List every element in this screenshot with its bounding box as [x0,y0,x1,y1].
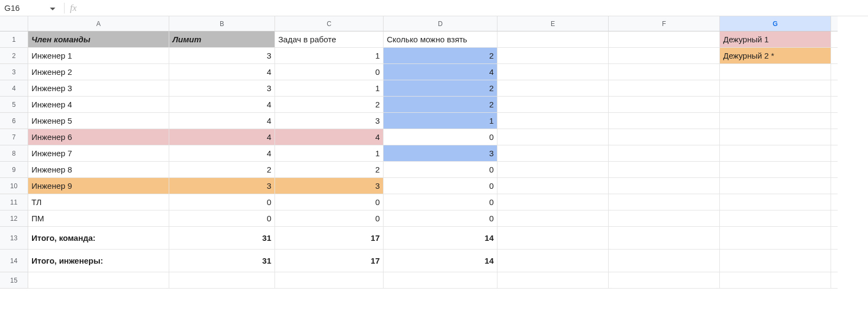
cell[interactable]: 14 [384,227,497,250]
row-header[interactable]: 13 [0,227,28,250]
cell[interactable]: Инженер 2 [28,64,169,80]
cell[interactable] [720,129,831,145]
cell[interactable] [497,97,609,113]
cell[interactable] [831,113,838,129]
cell[interactable] [609,80,720,97]
cell[interactable] [497,129,609,145]
cell[interactable] [609,210,720,227]
cell[interactable] [609,64,720,80]
cell[interactable] [609,272,720,289]
col-header[interactable]: B [169,16,275,31]
cell[interactable] [609,97,720,113]
cell[interactable]: Инженер 9 [28,178,169,194]
cell[interactable] [720,194,831,210]
cell[interactable] [720,162,831,178]
cell[interactable]: 0 [275,64,384,80]
col-header[interactable]: A [28,16,169,31]
cell[interactable] [497,210,609,227]
cell[interactable] [609,129,720,145]
formula-input[interactable] [82,0,868,16]
cell[interactable] [609,113,720,129]
cell[interactable] [497,194,609,210]
cell[interactable] [831,80,838,97]
cell[interactable] [497,145,609,162]
cell[interactable]: Инженер 8 [28,162,169,178]
row-header[interactable]: 15 [0,272,28,289]
cell[interactable]: ПМ [28,210,169,227]
cell[interactable] [831,227,838,250]
cell[interactable]: 4 [384,64,497,80]
cell[interactable] [720,250,831,272]
col-header[interactable] [831,16,838,31]
col-header[interactable]: D [384,16,497,31]
col-header[interactable]: E [497,16,609,31]
row-header[interactable]: 7 [0,129,28,145]
cell[interactable]: 1 [275,145,384,162]
cell[interactable]: Дежурный 1 [720,31,831,48]
cell[interactable] [720,145,831,162]
cell[interactable]: Инженер 1 [28,48,169,64]
cell[interactable] [720,64,831,80]
cell[interactable]: 0 [275,194,384,210]
cell[interactable] [720,97,831,113]
cell[interactable] [609,48,720,64]
cell[interactable]: Член команды [28,31,169,48]
cell[interactable] [831,210,838,227]
cell[interactable]: Инженер 6 [28,129,169,145]
cell[interactable]: 4 [169,145,275,162]
cell[interactable] [497,250,609,272]
cell[interactable] [28,272,169,289]
cell[interactable] [831,97,838,113]
cell[interactable]: 0 [384,162,497,178]
cell[interactable]: 0 [275,210,384,227]
row-header[interactable]: 10 [0,178,28,194]
row-header[interactable]: 8 [0,145,28,162]
cell[interactable]: Задач в работе [275,31,384,48]
cell[interactable]: 0 [384,129,497,145]
cell[interactable] [169,272,275,289]
cell[interactable]: 2 [275,162,384,178]
cell[interactable]: 1 [384,113,497,129]
cell[interactable]: 0 [169,210,275,227]
cell[interactable] [720,113,831,129]
col-header[interactable]: C [275,16,384,31]
row-header[interactable]: 14 [0,250,28,272]
row-header[interactable]: 12 [0,210,28,227]
cell[interactable]: 4 [169,113,275,129]
cell[interactable]: Дежурный 2 * [720,48,831,64]
cell[interactable] [609,194,720,210]
col-header-active[interactable]: G [720,16,831,31]
row-header[interactable]: 9 [0,162,28,178]
cell[interactable] [497,31,609,48]
cell[interactable]: 4 [169,129,275,145]
cell[interactable]: Сколько можно взять [384,31,497,48]
cell[interactable]: 31 [169,227,275,250]
cell[interactable] [609,31,720,48]
col-header[interactable]: F [609,16,720,31]
cell[interactable]: ТЛ [28,194,169,210]
cell[interactable]: 4 [169,97,275,113]
cell[interactable]: 3 [169,178,275,194]
cell[interactable] [831,194,838,210]
cell[interactable] [831,64,838,80]
row-header[interactable]: 2 [0,48,28,64]
cell[interactable]: 0 [384,178,497,194]
cell[interactable] [831,48,838,64]
cell[interactable] [609,162,720,178]
cell[interactable]: 4 [275,129,384,145]
cell[interactable]: Лимит [169,31,275,48]
cell[interactable] [497,162,609,178]
cell[interactable] [609,250,720,272]
cell[interactable] [497,64,609,80]
cell[interactable]: 0 [384,210,497,227]
name-box[interactable]: G16 [4,3,59,12]
cell[interactable]: Инженер 7 [28,145,169,162]
cell[interactable] [831,272,838,289]
row-header[interactable]: 4 [0,80,28,97]
row-header[interactable]: 11 [0,194,28,210]
cell[interactable] [497,227,609,250]
cell[interactable]: 0 [384,194,497,210]
row-header[interactable]: 5 [0,97,28,113]
cell[interactable]: 17 [275,227,384,250]
cell[interactable] [497,48,609,64]
